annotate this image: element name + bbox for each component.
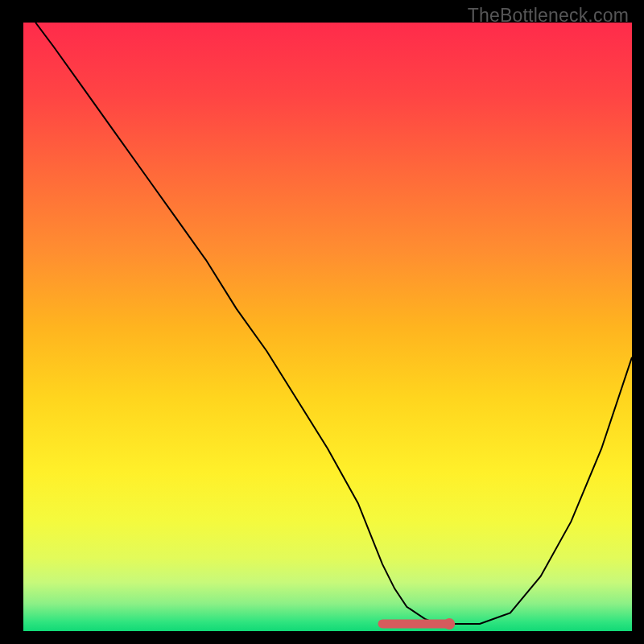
- chart-background: [23, 23, 632, 631]
- chart-frame: TheBottleneck.com: [0, 0, 644, 644]
- chart-plot-area: [23, 23, 632, 631]
- watermark-text: TheBottleneck.com: [468, 5, 629, 27]
- chart-svg: [23, 23, 632, 631]
- optimal-point-dot: [444, 618, 455, 630]
